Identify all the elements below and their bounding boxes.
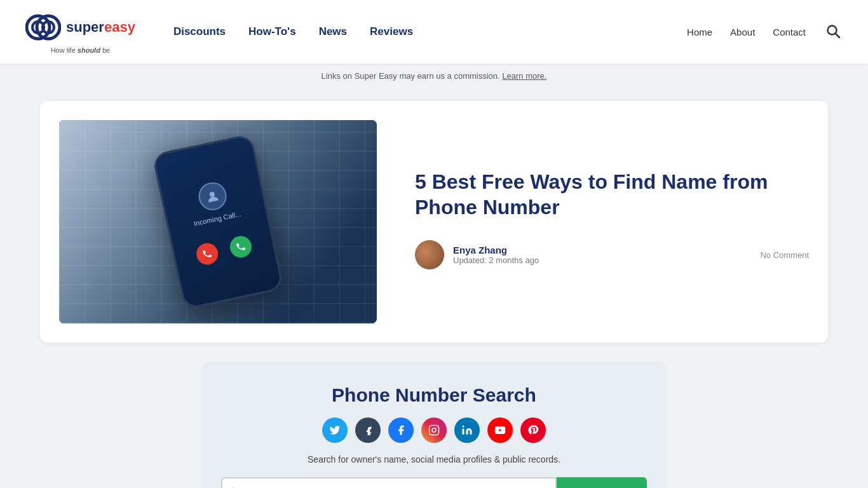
learn-more-link[interactable]: Learn more. <box>502 71 546 81</box>
social-icon-twitter[interactable] <box>322 417 348 443</box>
call-buttons <box>194 234 254 267</box>
caller-avatar <box>196 180 229 213</box>
author-date: Updated: 2 months ago <box>453 255 539 265</box>
article-info: 5 Best Free Ways to Find Name from Phone… <box>415 169 809 274</box>
search-input-wrap <box>221 477 557 488</box>
affiliate-banner: Links on Super Easy may earn us a commis… <box>0 64 868 88</box>
banner-text: Links on Super Easy may earn us a commis… <box>322 71 500 81</box>
svg-line-5 <box>836 34 839 37</box>
main-nav: Discounts How-To's News Reviews <box>173 25 687 38</box>
svg-point-8 <box>432 428 436 432</box>
search-widget: Phone Number Search Sea <box>202 362 666 488</box>
svg-rect-7 <box>430 426 439 435</box>
author-name: Enya Zhang <box>453 245 539 255</box>
author-row: Enya Zhang Updated: 2 months ago No Comm… <box>415 240 809 269</box>
logo-link[interactable]: supereasy How life should be <box>25 10 135 54</box>
logo-icon: supereasy <box>25 10 135 45</box>
social-icon-linkedin[interactable] <box>454 417 480 443</box>
svg-point-10 <box>463 426 465 428</box>
nav-home[interactable]: Home <box>687 27 712 37</box>
social-icon-pinterest[interactable] <box>520 417 546 443</box>
widget-title: Phone Number Search <box>221 384 647 406</box>
article-card: Incoming Call... <box>40 101 828 342</box>
logo-super: super <box>66 19 104 35</box>
nav-about[interactable]: About <box>730 27 755 37</box>
caller-text: Incoming Call... <box>193 210 242 227</box>
social-icon-instagram[interactable] <box>421 417 447 443</box>
article-title: 5 Best Free Ways to Find Name from Phone… <box>415 169 809 220</box>
social-icon-youtube[interactable] <box>487 417 513 443</box>
svg-point-9 <box>436 427 437 428</box>
main-content: Incoming Call... <box>27 101 841 488</box>
social-icon-facebook[interactable] <box>388 417 414 443</box>
nav-contact[interactable]: Contact <box>773 27 806 37</box>
phone-input-icon <box>230 486 241 489</box>
article-image: Incoming Call... <box>59 120 377 323</box>
header: supereasy How life should be Discounts H… <box>0 0 868 64</box>
social-icon-tumblr[interactable] <box>355 417 381 443</box>
logo-text: supereasy <box>66 20 135 34</box>
comment-count: No Comment <box>760 250 809 260</box>
right-nav: Home About Contact <box>687 22 843 43</box>
search-icon <box>826 24 840 38</box>
logo-easy: easy <box>104 19 135 35</box>
nav-reviews[interactable]: Reviews <box>370 25 413 38</box>
nav-discounts[interactable]: Discounts <box>173 25 226 38</box>
search-submit-button[interactable]: Search Now <box>557 477 647 488</box>
author-meta: Enya Zhang Updated: 2 months ago <box>453 245 539 265</box>
search-button[interactable] <box>824 22 843 43</box>
svg-point-6 <box>209 191 215 197</box>
accept-button <box>228 234 254 259</box>
social-icons-row <box>221 417 647 443</box>
logo-tagline: How life should be <box>51 46 111 54</box>
author-avatar <box>415 240 444 269</box>
widget-description: Search for owner's name, social media pr… <box>221 454 647 464</box>
search-row: Search Now <box>221 477 647 488</box>
nav-howtos[interactable]: How-To's <box>248 25 296 38</box>
nav-news[interactable]: News <box>319 25 347 38</box>
decline-button <box>194 241 220 266</box>
